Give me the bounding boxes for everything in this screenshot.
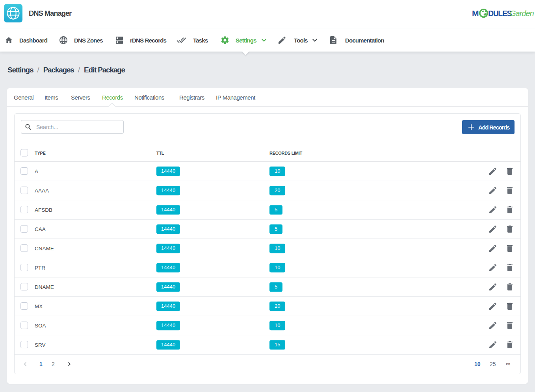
svg-text:Garden: Garden (510, 9, 534, 18)
svg-text:DULES: DULES (488, 9, 512, 18)
svg-text:M: M (472, 9, 479, 18)
